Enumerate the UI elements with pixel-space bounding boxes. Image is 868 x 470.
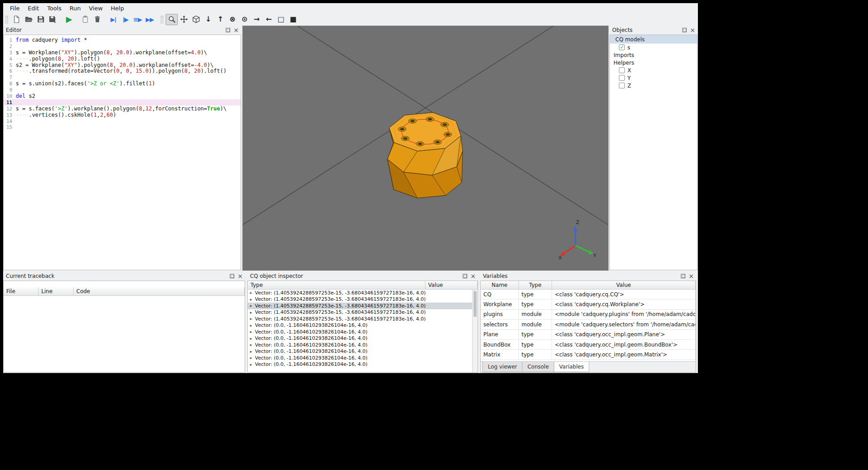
viewport-3d[interactable]: X Y Z bbox=[242, 26, 609, 271]
expand-icon[interactable]: ▸ bbox=[250, 362, 255, 367]
inspector-row[interactable]: ▸Vector: (1.4053924288597253e-15, -3.680… bbox=[248, 303, 472, 309]
dock-float-icon[interactable] bbox=[681, 274, 685, 278]
tree-item-s[interactable]: s bbox=[610, 44, 697, 51]
menu-help[interactable]: Help bbox=[107, 4, 128, 13]
top-view-icon[interactable]: ↓ bbox=[202, 14, 214, 25]
code-line-15[interactable]: 15 bbox=[4, 124, 241, 130]
dock-close-icon[interactable]: × bbox=[690, 27, 695, 33]
expand-icon[interactable]: ▸ bbox=[250, 310, 255, 315]
inspector-row[interactable]: ▸Vector: (0.0, -1.1604610293826104e-16, … bbox=[248, 355, 472, 361]
dock-close-icon[interactable]: × bbox=[470, 273, 476, 279]
column-header-type[interactable]: Type bbox=[519, 281, 552, 289]
tree-item-y[interactable]: Y bbox=[610, 74, 697, 82]
left-view-icon[interactable]: ← bbox=[263, 14, 275, 25]
variable-row-boundbox[interactable]: BoundBoxtype<class 'cadquery.occ_impl.ge… bbox=[481, 340, 696, 350]
toolbar-handle[interactable] bbox=[5, 16, 8, 23]
dock-close-icon[interactable]: × bbox=[688, 273, 694, 279]
expand-icon[interactable]: ▸ bbox=[250, 323, 255, 328]
scrollbar-thumb[interactable] bbox=[473, 291, 477, 317]
column-header-file[interactable]: File bbox=[4, 287, 39, 295]
new-file-icon[interactable] bbox=[10, 14, 22, 25]
checkbox-z[interactable] bbox=[619, 83, 625, 88]
code-line-6[interactable]: 6····.transformed(rotate=Vector(0, 0, 15… bbox=[4, 68, 241, 74]
wireframe-icon[interactable]: □ bbox=[275, 14, 287, 25]
shaded-icon[interactable]: ■ bbox=[287, 14, 299, 25]
column-header-code[interactable]: Code bbox=[74, 287, 245, 295]
inspector-row[interactable]: ▸Vector: (1.4053924288597253e-15, -3.680… bbox=[248, 290, 472, 296]
menu-tools[interactable]: Tools bbox=[43, 4, 66, 13]
variable-row-matrix[interactable]: Matrixtype<class 'cadquery.occ_impl.geom… bbox=[481, 350, 696, 360]
expand-icon[interactable]: ▸ bbox=[250, 303, 255, 308]
inspector-row[interactable]: ▸Vector: (1.4053924288597253e-15, -3.680… bbox=[248, 296, 472, 303]
save-icon[interactable] bbox=[35, 14, 47, 25]
column-header-line[interactable]: Line bbox=[39, 287, 74, 295]
code-line-4[interactable]: 4····.polygon(8, 20).loft() bbox=[4, 56, 241, 62]
inspector-row[interactable]: ▸Vector: (0.0, -1.1604610293826104e-16, … bbox=[248, 322, 472, 329]
cad-part[interactable] bbox=[387, 113, 463, 198]
inspector-row[interactable]: ▸Vector: (0.0, -1.1604610293826104e-16, … bbox=[248, 342, 472, 348]
dock-float-icon[interactable] bbox=[463, 274, 467, 278]
cq-models-header[interactable]: CQ models bbox=[610, 35, 697, 44]
menu-run[interactable]: Run bbox=[66, 4, 85, 13]
debug-step-out-icon[interactable]: ▶▶ bbox=[144, 14, 156, 25]
code-line-5[interactable]: 5s2 = Workplane("XY").polygon(8, 20.0).w… bbox=[4, 62, 241, 68]
tab-console[interactable]: Console bbox=[522, 362, 554, 372]
expand-icon[interactable]: ▸ bbox=[250, 316, 255, 321]
front-view-icon[interactable]: ⊗ bbox=[226, 14, 238, 25]
run-icon[interactable]: ▶ bbox=[63, 14, 75, 25]
code-line-10[interactable]: 10del s2 bbox=[4, 93, 241, 99]
tab-log-viewer[interactable]: Log viewer bbox=[482, 362, 522, 372]
tree-item-x[interactable]: X bbox=[610, 66, 697, 74]
menu-edit[interactable]: Edit bbox=[24, 4, 43, 13]
column-header-value[interactable]: Value bbox=[425, 281, 478, 289]
menu-view[interactable]: View bbox=[85, 4, 107, 13]
code-line-11[interactable]: 11 bbox=[4, 99, 241, 105]
expand-icon[interactable]: ▸ bbox=[250, 297, 255, 302]
menu-file[interactable]: File bbox=[6, 4, 24, 13]
code-editor[interactable]: 1from cadquery import *23s = Workplane("… bbox=[3, 35, 241, 270]
toolbar-handle[interactable] bbox=[161, 16, 163, 23]
inspector-row[interactable]: ▸Vector: (0.0, -1.1604610293826104e-16, … bbox=[248, 335, 472, 342]
dock-float-icon[interactable] bbox=[682, 28, 687, 32]
zoom-fit-icon[interactable] bbox=[166, 14, 178, 25]
tree-item-z[interactable]: Z bbox=[610, 82, 697, 89]
expand-icon[interactable]: ▸ bbox=[250, 343, 255, 347]
expand-icon[interactable]: ▸ bbox=[250, 356, 255, 360]
column-header-type[interactable]: Type bbox=[248, 281, 425, 289]
dock-float-icon[interactable] bbox=[226, 28, 230, 32]
trash-icon[interactable] bbox=[91, 14, 103, 25]
tree-item-imports[interactable]: Imports bbox=[610, 51, 697, 59]
save-as-icon[interactable] bbox=[47, 14, 59, 25]
code-line-13[interactable]: 13····.vertices().cskHole(1,2,60) bbox=[4, 112, 241, 118]
checkbox-x[interactable] bbox=[619, 67, 625, 73]
code-line-1[interactable]: 1from cadquery import * bbox=[4, 37, 241, 43]
variable-row-plugins[interactable]: pluginsmodule<module 'cadquery.plugins' … bbox=[481, 310, 696, 320]
inspector-scrollbar[interactable] bbox=[472, 290, 478, 372]
inspector-row[interactable]: ▸Vector: (1.4053924288597253e-15, -3.680… bbox=[248, 309, 472, 316]
inspector-row[interactable]: ▸Vector: (1.4053924288597253e-15, -3.680… bbox=[248, 316, 472, 322]
inspector-row[interactable]: ▸Vector: (0.0, -1.1604610293826104e-16, … bbox=[248, 329, 472, 335]
clipboard-icon[interactable] bbox=[79, 14, 91, 25]
checkbox-y[interactable] bbox=[619, 75, 625, 81]
inspector-row[interactable]: ▸Vector: (0.0, -1.1604610293826104e-16, … bbox=[248, 361, 472, 368]
dock-float-icon[interactable] bbox=[230, 274, 234, 278]
bottom-view-icon[interactable]: ↑ bbox=[214, 14, 226, 25]
tab-variables[interactable]: Variables bbox=[554, 362, 589, 372]
checkbox-s[interactable] bbox=[619, 44, 625, 50]
back-view-icon[interactable]: ⊙ bbox=[238, 14, 250, 25]
right-view-icon[interactable]: → bbox=[250, 14, 263, 25]
code-line-8[interactable]: 8s = s.union(s2).faces('>Z or <Z').fille… bbox=[4, 80, 241, 87]
debug-step-in-icon[interactable]: ≡▶ bbox=[132, 14, 144, 25]
code-line-7[interactable]: 7 bbox=[4, 74, 241, 80]
tree-item-helpers[interactable]: Helpers bbox=[610, 59, 697, 66]
variable-row-cq[interactable]: CQtype<class 'cadquery.cq.CQ'> bbox=[481, 290, 696, 299]
code-line-2[interactable]: 2 bbox=[4, 43, 241, 49]
debug-step-over-icon[interactable]: |▶ bbox=[119, 14, 132, 25]
variable-row-workplane[interactable]: Workplanetype<class 'cadquery.cq.Workpla… bbox=[481, 299, 696, 309]
inspector-row[interactable]: ▸Vector: (0.0, -1.1604610293826104e-16, … bbox=[248, 348, 472, 355]
column-header-value[interactable]: Value bbox=[552, 281, 696, 289]
expand-icon[interactable]: ▸ bbox=[250, 329, 255, 334]
variable-row-plane[interactable]: Planetype<class 'cadquery.occ_impl.geom.… bbox=[481, 330, 696, 340]
code-line-9[interactable]: 9 bbox=[4, 87, 241, 93]
variable-row-selectors[interactable]: selectorsmodule<module 'cadquery.selecto… bbox=[481, 320, 696, 329]
